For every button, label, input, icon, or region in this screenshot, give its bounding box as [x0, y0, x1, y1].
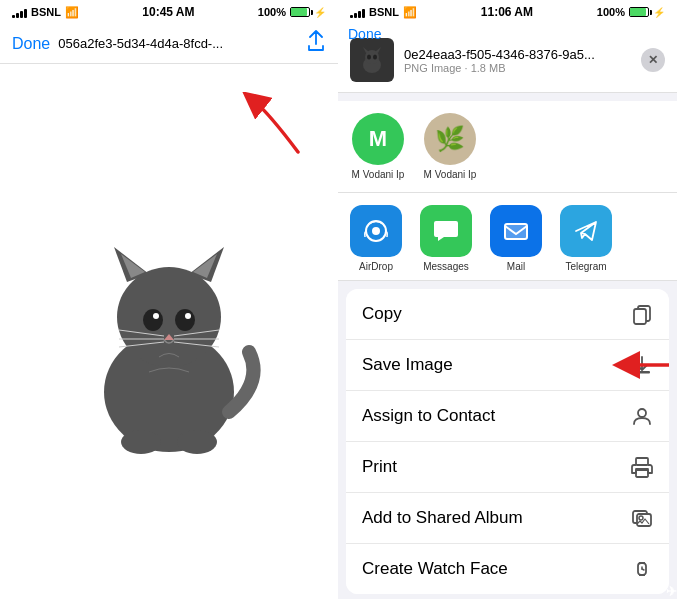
battery-fill-right: [630, 8, 646, 16]
signal-bar-2: [16, 13, 19, 18]
time-left: 10:45 AM: [142, 5, 194, 19]
done-button-left[interactable]: Done: [12, 35, 50, 53]
battery-area-left: 100% ⚡: [258, 6, 326, 18]
svg-point-6: [143, 309, 163, 331]
battery-icon-right: [629, 7, 649, 17]
action-assign-contact[interactable]: Assign to Contact: [346, 391, 669, 442]
bolt-icon-left: ⚡: [314, 7, 326, 18]
action-save-image[interactable]: Save Image: [346, 340, 669, 391]
share-button-left[interactable]: [306, 30, 326, 57]
svg-marker-22: [363, 47, 369, 53]
time-right: 11:06 AM: [481, 5, 533, 19]
svg-point-8: [153, 313, 159, 319]
close-button[interactable]: ✕: [641, 48, 665, 72]
share-header: Done 0e24eaa3-f505-4346-8376-9a5... PNG: [338, 24, 677, 93]
status-bar-right: BSNL 📶 11:06 AM 100% ⚡: [338, 0, 677, 24]
copy-label: Copy: [362, 304, 402, 324]
r-sig-4: [362, 9, 365, 18]
contact-item-1[interactable]: M ✈ M Vodani Ip: [350, 113, 406, 180]
contact-initial-1: M: [369, 126, 387, 152]
watch-icon: [631, 558, 653, 580]
file-meta: PNG Image · 1.8 MB: [404, 62, 631, 74]
svg-point-17: [121, 430, 161, 454]
battery-percent-right: 100%: [597, 6, 625, 18]
signal-bar-1: [12, 15, 15, 18]
left-panel: BSNL 📶 10:45 AM 100% ⚡ Done 056a2fe3-5d3…: [0, 0, 338, 599]
svg-point-36: [638, 409, 646, 417]
contacts-row: M ✈ M Vodani Ip 🌿 M Vodani Ip: [338, 101, 677, 193]
apps-row: AirDrop Messages Mail: [338, 193, 677, 281]
app-telegram[interactable]: Telegram: [560, 205, 612, 272]
file-thumbnail: [350, 38, 394, 82]
action-watch-face[interactable]: Create Watch Face: [346, 544, 669, 594]
cat-thumb-icon: [357, 45, 387, 75]
messages-svg: [432, 217, 460, 245]
telegram-svg: [572, 217, 600, 245]
shared-album-label: Add to Shared Album: [362, 508, 523, 528]
airdrop-svg: [362, 217, 390, 245]
action-copy[interactable]: Copy: [346, 289, 669, 340]
telegram-label: Telegram: [565, 261, 606, 272]
app-messages[interactable]: Messages: [420, 205, 472, 272]
contact-icon: [631, 405, 653, 427]
wifi-icon-right: 📶: [403, 6, 417, 19]
print-icon: [631, 456, 653, 478]
image-area: [0, 64, 338, 599]
wifi-icon-left: 📶: [65, 6, 79, 19]
actions-list: Copy Save Image: [346, 289, 669, 594]
share-sheet: Done 0e24eaa3-f505-4346-8376-9a5... PNG: [338, 24, 677, 599]
carrier-name-left: BSNL: [31, 6, 61, 18]
battery-fill-left: [291, 8, 307, 16]
app-airdrop[interactable]: AirDrop: [350, 205, 402, 272]
mail-svg: [502, 217, 530, 245]
assign-contact-label: Assign to Contact: [362, 406, 495, 426]
print-label: Print: [362, 457, 397, 477]
svg-line-46: [642, 569, 644, 570]
svg-rect-37: [636, 458, 648, 465]
contact-avatar-2: 🌿: [424, 113, 476, 165]
contact-item-2[interactable]: 🌿 M Vodani Ip: [422, 113, 478, 180]
nav-bar-left: Done 056a2fe3-5d34-4d4a-8fcd-...: [0, 24, 338, 64]
file-info: 0e24eaa3-f505-4346-8376-9a5... PNG Image…: [404, 47, 631, 74]
mail-icon: [490, 205, 542, 257]
svg-line-31: [581, 233, 585, 234]
album-icon: [631, 507, 653, 529]
file-name-left: 056a2fe3-5d34-4d4a-8fcd-...: [58, 36, 298, 51]
svg-point-7: [175, 309, 195, 331]
svg-rect-33: [634, 309, 646, 324]
svg-point-27: [372, 227, 380, 235]
carrier-name-right: BSNL: [369, 6, 399, 18]
contact-label-2: M Vodani Ip: [424, 169, 477, 180]
battery-percent-left: 100%: [258, 6, 286, 18]
svg-rect-38: [636, 470, 648, 477]
svg-point-25: [373, 55, 377, 60]
status-bar-left: BSNL 📶 10:45 AM 100% ⚡: [0, 0, 338, 24]
svg-point-1: [117, 267, 221, 367]
action-shared-album[interactable]: Add to Shared Album: [346, 493, 669, 544]
signal-bar-4: [24, 9, 27, 18]
cat-image: [69, 202, 269, 462]
battery-area-right: 100% ⚡: [597, 6, 665, 18]
watch-face-label: Create Watch Face: [362, 559, 508, 579]
battery-icon-left: [290, 7, 310, 17]
r-sig-3: [358, 11, 361, 18]
done-btn-right[interactable]: Done: [348, 26, 381, 42]
messages-label: Messages: [423, 261, 469, 272]
app-mail[interactable]: Mail: [490, 205, 542, 272]
contact-avatar-1: M ✈: [352, 113, 404, 165]
bolt-icon-right: ⚡: [653, 7, 665, 18]
signal-bar-3: [20, 11, 23, 18]
svg-point-24: [367, 55, 371, 60]
mail-label: Mail: [507, 261, 525, 272]
r-sig-2: [354, 13, 357, 18]
airdrop-label: AirDrop: [359, 261, 393, 272]
svg-marker-23: [375, 47, 381, 53]
carrier-right: BSNL 📶: [350, 6, 417, 19]
file-name-right: 0e24eaa3-f505-4346-8376-9a5...: [404, 47, 631, 62]
signal-bars-right: [350, 6, 365, 18]
arrow-save-indicator: [609, 345, 669, 385]
airdrop-icon: [350, 205, 402, 257]
copy-icon: [631, 303, 653, 325]
svg-rect-28: [505, 224, 527, 239]
action-print[interactable]: Print: [346, 442, 669, 493]
